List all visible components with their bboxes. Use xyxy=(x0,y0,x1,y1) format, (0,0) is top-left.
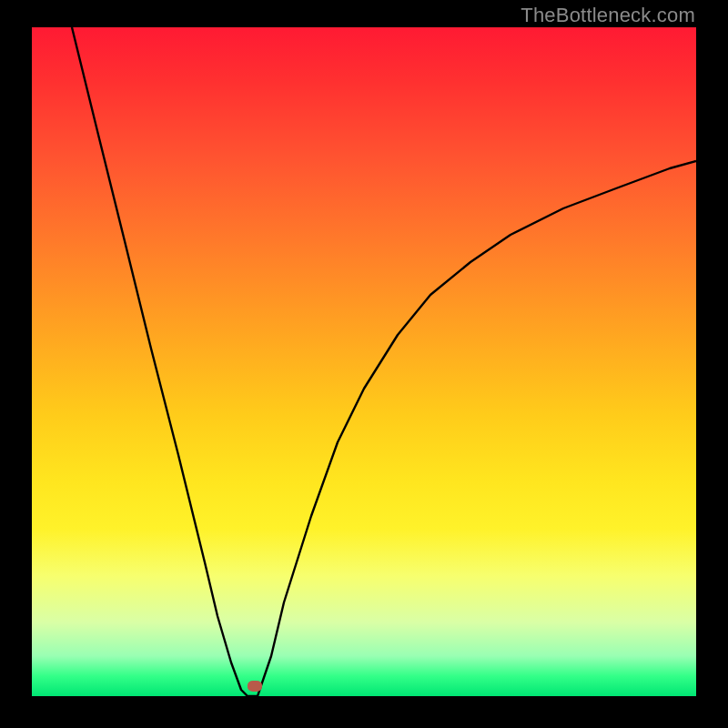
plot-area xyxy=(32,27,696,696)
curve-path xyxy=(72,27,696,696)
chart-frame: TheBottleneck.com xyxy=(0,0,728,728)
minimum-marker xyxy=(248,681,262,692)
bottleneck-curve xyxy=(32,27,696,696)
watermark-text: TheBottleneck.com xyxy=(521,4,695,27)
